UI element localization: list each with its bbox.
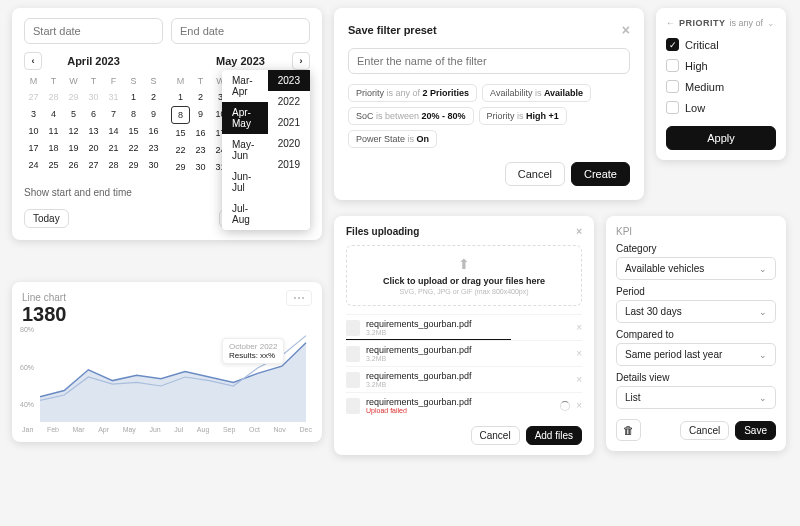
more-menu-button[interactable]: ⋯ [286,290,312,306]
day-cell[interactable]: 1 [124,89,143,105]
delete-button[interactable]: 🗑 [616,419,641,441]
day-cell[interactable]: 6 [84,106,103,122]
priority-option[interactable]: Medium [666,76,776,97]
day-cell[interactable]: 21 [104,140,123,156]
day-cell[interactable]: 8 [124,106,143,122]
range-option[interactable]: Jun-Jul [222,166,268,198]
day-cell[interactable]: 2 [144,89,163,105]
dropzone-secondary-text: SVG, PNG, JPG or GIF (max 800x400px) [355,288,573,295]
dialog-title: Save filter preset [348,24,437,36]
day-cell[interactable]: 30 [191,159,210,175]
close-icon[interactable]: × [622,22,630,38]
priority-option[interactable]: ✓Critical [666,34,776,55]
checkbox[interactable] [666,59,679,72]
dropzone[interactable]: ⬆ Click to upload or drag your files her… [346,245,582,306]
day-cell[interactable]: 18 [44,140,63,156]
next-month-button[interactable]: › [292,52,310,70]
cancel-button[interactable]: Cancel [680,421,729,440]
priority-option[interactable]: High [666,55,776,76]
start-date-input[interactable] [24,18,163,44]
day-cell[interactable]: 23 [144,140,163,156]
checkbox[interactable]: ✓ [666,38,679,51]
x-tick: Jul [174,426,183,433]
day-cell[interactable]: 31 [104,89,123,105]
add-files-button[interactable]: Add files [526,426,582,445]
day-cell[interactable]: 16 [144,123,163,139]
day-cell[interactable]: 15 [171,125,190,141]
save-button[interactable]: Save [735,421,776,440]
day-cell[interactable]: 11 [44,123,63,139]
day-cell[interactable]: 2 [191,89,210,105]
select-category[interactable]: Available vehicles⌄ [616,257,776,280]
prev-month-button[interactable]: ‹ [24,52,42,70]
day-cell[interactable]: 28 [104,157,123,173]
day-cell[interactable]: 22 [124,140,143,156]
select-period[interactable]: Last 30 days⌄ [616,300,776,323]
year-option[interactable]: 2019 [268,154,310,175]
day-cell[interactable]: 13 [84,123,103,139]
chevron-down-icon[interactable]: ⌄ [767,18,775,28]
day-cell[interactable]: 16 [191,125,210,141]
apply-button[interactable]: Apply [666,126,776,150]
condition-text[interactable]: is any of [730,18,764,28]
day-cell[interactable]: 7 [104,106,123,122]
day-cell[interactable]: 25 [44,157,63,173]
day-cell[interactable]: 9 [144,106,163,122]
day-cell[interactable]: 14 [104,123,123,139]
select-details-view[interactable]: List⌄ [616,386,776,409]
remove-file-button[interactable]: × [576,400,582,411]
remove-file-button[interactable]: × [576,374,582,385]
back-icon[interactable]: ← [666,18,675,28]
day-cell[interactable]: 3 [24,106,43,122]
day-cell[interactable]: 15 [124,123,143,139]
year-option[interactable]: 2021 [268,112,310,133]
day-cell[interactable]: 17 [24,140,43,156]
select-compared-to[interactable]: Same period last year⌄ [616,343,776,366]
y-tick: 80% [20,326,34,333]
remove-file-button[interactable]: × [576,322,582,333]
filter-name-input[interactable] [348,48,630,74]
day-cell[interactable]: 24 [24,157,43,173]
range-option[interactable]: May-Jun [222,134,268,166]
day-cell[interactable]: 26 [64,157,83,173]
day-cell[interactable]: 30 [84,89,103,105]
year-option[interactable]: 2023 [268,70,310,91]
month-label[interactable]: April 2023 [67,55,120,67]
remove-file-button[interactable]: × [576,348,582,359]
day-cell[interactable]: 30 [144,157,163,173]
day-cell[interactable]: 12 [64,123,83,139]
end-date-input[interactable] [171,18,310,44]
range-option[interactable]: Jul-Aug [222,198,268,230]
day-cell[interactable]: 5 [64,106,83,122]
cancel-button[interactable]: Cancel [471,426,520,445]
year-option[interactable]: 2022 [268,91,310,112]
range-option[interactable]: Apr-May [222,102,268,134]
weekday-header: F [104,74,123,88]
day-cell[interactable]: 4 [44,106,63,122]
priority-option[interactable]: Low [666,97,776,118]
day-cell[interactable]: 29 [64,89,83,105]
day-cell[interactable]: 27 [84,157,103,173]
close-icon[interactable]: × [576,226,582,237]
today-button[interactable]: Today [24,209,69,228]
day-cell[interactable]: 9 [191,106,210,124]
range-option[interactable]: Mar-Apr [222,70,268,102]
day-cell[interactable]: 29 [124,157,143,173]
checkbox[interactable] [666,101,679,114]
day-cell[interactable]: 27 [24,89,43,105]
year-option[interactable]: 2020 [268,133,310,154]
checkbox[interactable] [666,80,679,93]
day-cell[interactable]: 22 [171,142,190,158]
month-label[interactable]: May 2023 [216,55,265,67]
day-cell[interactable]: 29 [171,159,190,175]
day-cell[interactable]: 1 [171,89,190,105]
cancel-button[interactable]: Cancel [505,162,565,186]
day-cell[interactable]: 23 [191,142,210,158]
retry-icon[interactable] [560,401,570,411]
day-cell[interactable]: 28 [44,89,63,105]
create-button[interactable]: Create [571,162,630,186]
day-cell[interactable]: 19 [64,140,83,156]
day-cell[interactable]: 10 [24,123,43,139]
day-cell[interactable]: 20 [84,140,103,156]
day-cell[interactable]: 8 [171,106,190,124]
